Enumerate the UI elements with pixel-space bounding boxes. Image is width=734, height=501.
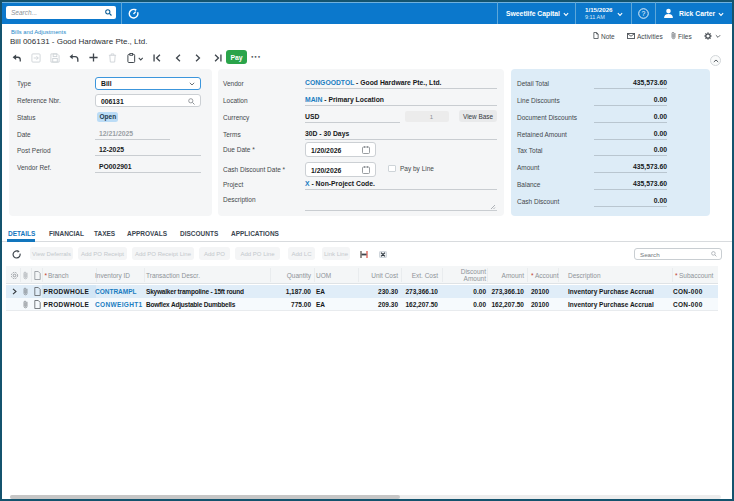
svg-text:?: ? [642, 9, 646, 16]
